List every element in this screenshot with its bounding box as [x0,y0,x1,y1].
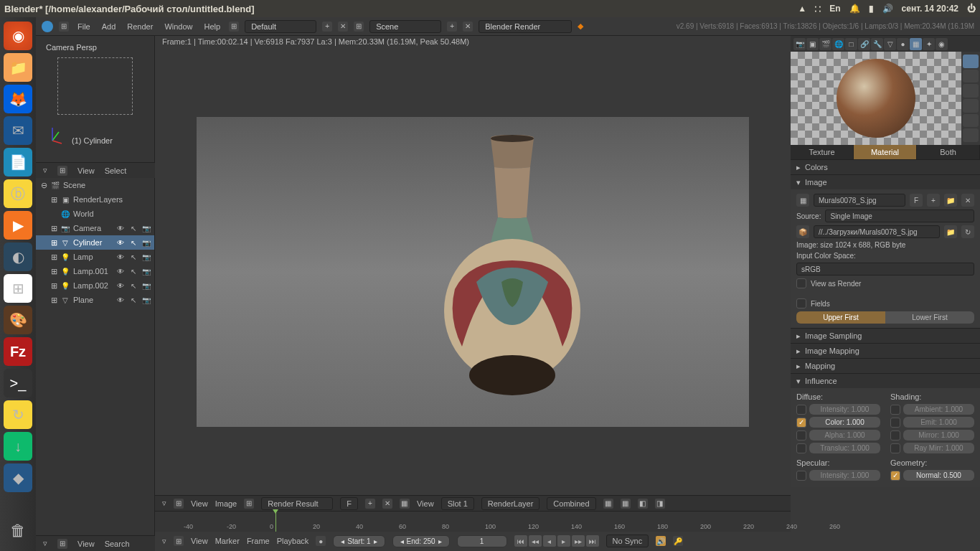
thunderbird-icon[interactable]: ✉ [4,116,32,145]
outliner-item[interactable]: 🌐World [36,207,154,221]
preview-sphere-icon[interactable] [963,70,979,83]
filepath-reload-icon[interactable]: ↻ [961,225,974,238]
renderlayer-dropdown[interactable]: RenderLayer [481,497,540,510]
outliner-item[interactable]: ⊞▣RenderLayers [36,192,154,207]
wifi-icon[interactable]: ⸬ [815,4,821,14]
image-fakeuser-btn[interactable]: F [910,194,923,207]
volume-icon[interactable]: 🔊 [882,4,893,14]
inf-checkbox[interactable] [796,418,806,428]
img-expand-icon[interactable]: ⊞ [174,499,184,509]
inf-checkbox[interactable] [796,430,806,441]
viewport-view-menu[interactable]: View [77,166,95,175]
jump-end-icon[interactable]: ⏭ [586,535,599,547]
eye-icon[interactable]: 👁 [116,266,126,276]
tab-both[interactable]: Both [917,145,980,159]
layout-add-icon[interactable]: + [322,22,332,32]
inf-slider[interactable]: Emit: 1.000 [903,417,974,428]
channel-alpha-icon[interactable]: ◧ [638,499,648,509]
spec-intensity-checkbox[interactable] [796,471,806,481]
viewport-editor-icon[interactable]: ▿ [43,166,47,175]
filepath-field[interactable]: //../Загрузки/Murals0078_S.jpg [814,225,940,238]
inf-slider[interactable]: Ambient: 1.000 [903,404,974,415]
dash-icon[interactable]: ◉ [4,22,32,50]
img-view-menu-2[interactable]: View [417,499,434,508]
cursor-icon[interactable]: ↖ [128,223,138,233]
viewport-expand-icon[interactable]: ⊞ [57,166,67,176]
img-browse-icon[interactable]: ⊞ [244,499,254,509]
layout-dropdown[interactable]: Default [245,20,316,33]
panel-img-mapping-header[interactable]: ▸ Image Mapping [791,344,980,358]
eye-icon[interactable]: 👁 [116,295,126,305]
outliner-item[interactable]: ⊞📷Camera👁↖📷 [36,221,154,235]
steam-icon[interactable]: ◐ [4,242,32,271]
filepath-browse-icon[interactable]: 📁 [944,225,957,238]
files-icon[interactable]: 📁 [4,53,32,82]
gimp-icon[interactable]: 🎨 [4,306,32,334]
cursor-icon[interactable]: ↖ [128,295,138,305]
vpn-icon[interactable]: ▲ [798,4,806,14]
filezilla-icon[interactable]: Fz [4,337,32,366]
inf-slider[interactable]: Alpha: 1.000 [809,430,880,441]
image-browse-icon[interactable]: ▦ [796,194,809,207]
ctx-data-icon[interactable]: ▽ [884,38,896,50]
inf-checkbox[interactable] [890,443,900,453]
scene-browse-icon[interactable]: ⊞ [354,22,364,32]
render-icon[interactable]: 📷 [141,223,151,233]
eye-icon[interactable]: 👁 [116,223,126,233]
cursor-icon[interactable]: ↖ [128,237,138,248]
menu-render[interactable]: Render [124,22,156,31]
document-icon[interactable]: 📄 [4,148,32,176]
jump-start-icon[interactable]: ⏮ [514,535,527,547]
preview-cube-icon[interactable] [963,84,979,98]
pack-icon[interactable]: 📦 [796,225,809,238]
layout-del-icon[interactable]: ✕ [338,22,348,32]
panel-colors-header[interactable]: ▸ Colors [791,160,980,174]
spec-intensity-slider[interactable]: Intensity: 1.000 [809,470,880,481]
lang-indicator[interactable]: En [829,4,840,14]
fields-checkbox[interactable] [796,298,806,309]
preview-world-icon[interactable] [963,128,979,142]
bell-icon[interactable]: 🔔 [849,4,860,14]
current-frame-field[interactable]: 1 [457,535,507,547]
tab-texture[interactable]: Texture [791,145,854,159]
end-frame-field[interactable]: ◂ End: 250 ▸ [392,535,450,547]
sync-dropdown[interactable]: No Sync [606,534,649,547]
timeline-playhead[interactable] [275,512,276,532]
panel-influence-header[interactable]: ▾ Influence [791,374,980,388]
browser-icon[interactable]: ⓑ [4,179,32,208]
prev-key-icon[interactable]: ◂◂ [529,535,542,547]
normal-slider[interactable]: Normal: 0.500 [903,470,974,481]
ctx-physics-icon[interactable]: ◉ [936,38,948,50]
channel-z-icon[interactable]: ◨ [655,499,665,509]
tl-playback-menu[interactable]: Playback [277,537,309,545]
expand-icon[interactable]: ⊞ [59,22,69,32]
updater-icon[interactable]: ↻ [4,400,32,429]
tab-material[interactable]: Material [854,145,917,159]
image-name-field[interactable]: Murals0078_S.jpg [814,194,905,207]
ctx-modifiers-icon[interactable]: 🔧 [871,38,883,50]
engine-dropdown[interactable]: Blender Render [479,20,572,33]
outliner[interactable]: ⊖🎬Scene⊞▣RenderLayers🌐World⊞📷Camera👁↖📷⊞▽… [36,178,155,535]
layout-browse-icon[interactable]: ⊞ [229,22,239,32]
preview-hair-icon[interactable] [963,114,979,128]
slot-dropdown[interactable]: Slot 1 [441,497,474,510]
fake-user-btn[interactable]: F [340,497,358,510]
eye-icon[interactable]: 👁 [116,237,126,248]
inf-slider[interactable]: Ray Mirr: 1.000 [903,443,974,453]
renderpass-dropdown[interactable]: Combined [547,497,595,510]
ctx-material-icon[interactable]: ● [897,38,909,50]
preview-flat-icon[interactable] [963,55,979,68]
outliner-item[interactable]: ⊞▽Plane👁↖📷 [36,293,154,307]
menu-help[interactable]: Help [202,22,224,31]
player-icon[interactable]: ▶ [4,211,32,240]
render-icon[interactable]: 📷 [141,237,151,248]
cursor-icon[interactable]: ↖ [128,266,138,276]
outliner-item[interactable]: ⊞💡Lamp👁↖📷 [36,250,154,264]
outliner-item[interactable]: ⊖🎬Scene [36,178,154,192]
datetime[interactable]: сент. 14 20:42 [902,4,958,14]
tl-marker-menu[interactable]: Marker [215,537,240,545]
image-editor-icon[interactable]: ▿ [162,499,166,508]
outliner-expand-icon[interactable]: ⊞ [57,539,67,549]
battery-icon[interactable]: ▮ [869,4,874,14]
3d-viewport[interactable]: Camera Persp (1) Cylinder [36,36,155,162]
